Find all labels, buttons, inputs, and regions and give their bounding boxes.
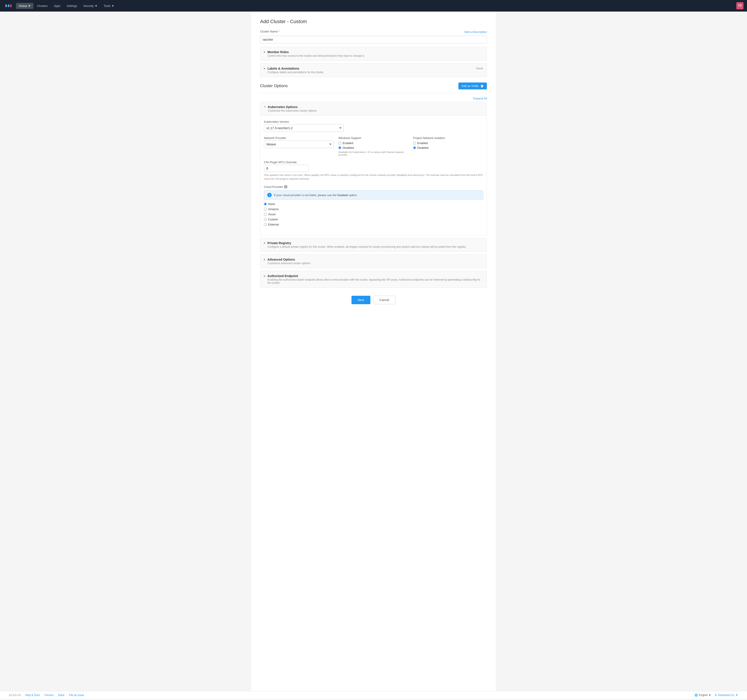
authorized-endpoint-subtitle: Enabling the authorized cluster endpoint…: [268, 278, 483, 284]
cni-mtu-input[interactable]: [264, 165, 308, 172]
k8s-version-label: Kubernetes Version: [264, 120, 483, 123]
cloud-provider-info-icon[interactable]: i: [284, 185, 287, 189]
settings-nav-btn[interactable]: Settings: [64, 3, 80, 9]
windows-disabled-label[interactable]: Disabled: [339, 146, 408, 150]
network-provider-group: Network Provider Weave Flannel Calico Ca…: [264, 136, 334, 156]
network-options-grid: Network Provider Weave Flannel Calico Ca…: [264, 136, 483, 156]
cloud-amazon-radio[interactable]: [264, 208, 267, 210]
download-cli-link[interactable]: ⬇ Download CLI ▼: [715, 694, 738, 697]
cluster-options-header: Cluster Options Edit as YAML 📋: [260, 83, 487, 89]
member-roles-title: Member Roles: [268, 50, 364, 54]
kubernetes-options-header[interactable]: ▼ Kubernetes Options Customize the kuber…: [260, 102, 487, 116]
authorized-endpoint-title: Authorized Endpoint: [268, 274, 483, 278]
private-registry-arrow: ▶: [264, 242, 266, 244]
private-registry-title: Private Registry: [268, 241, 466, 245]
cloud-none-radio[interactable]: [264, 203, 267, 206]
add-description-link[interactable]: Add a Description: [464, 30, 487, 33]
authorized-endpoint-header[interactable]: ▶ Authorized Endpoint Enabling the autho…: [260, 271, 487, 287]
private-registry-subtitle: Configure a default private registry for…: [268, 245, 466, 248]
user-menu[interactable]: TT: [736, 2, 744, 9]
cni-mtu-note: Only applied if the value is non-zero. W…: [264, 173, 483, 181]
cloud-provider-radio-group: None Amazon Azure Custom: [264, 203, 483, 226]
cloud-provider-label-row: Cloud Provider i: [264, 185, 483, 189]
windows-support-label: Windows Support: [339, 136, 408, 140]
network-provider-select[interactable]: Weave Flannel Calico Canal None: [264, 141, 334, 148]
k8s-version-select[interactable]: v1.17.3-rancher1-2 v1.16.6-rancher1-2 v1…: [264, 124, 344, 132]
member-roles-header[interactable]: ▶ Member Roles Control who has access to…: [260, 47, 487, 60]
windows-enabled-label[interactable]: Enabled: [339, 141, 408, 145]
project-enabled-label[interactable]: Enabled: [413, 141, 483, 145]
private-registry-header[interactable]: ▶ Private Registry Configure a default p…: [260, 238, 487, 251]
windows-enabled-radio[interactable]: [339, 142, 341, 145]
top-navigation: Global ▼ Clusters Apps Settings Security…: [0, 0, 747, 12]
logo[interactable]: [3, 2, 14, 9]
main-content: Add Cluster - Custom Cluster Name Add a …: [251, 12, 496, 691]
file-issue-link[interactable]: File an Issue: [69, 694, 84, 697]
forums-link[interactable]: Forums: [44, 694, 54, 697]
k8s-version-group: Kubernetes Version v1.17.3-rancher1-2 v1…: [264, 120, 483, 132]
member-roles-arrow: ▶: [264, 51, 266, 53]
download-icon: ⬇: [715, 694, 717, 697]
cloud-custom-radio[interactable]: [264, 218, 267, 221]
apps-nav-btn[interactable]: Apps: [51, 3, 63, 9]
cni-mtu-label: CNI Plugin MTU Override: [264, 160, 483, 164]
cni-mtu-group: CNI Plugin MTU Override Only applied if …: [264, 160, 483, 181]
help-docs-link[interactable]: Help & Docs: [25, 694, 40, 697]
cloud-azure-option[interactable]: Azure: [264, 213, 483, 216]
global-nav-btn[interactable]: Global ▼: [16, 3, 33, 9]
clusters-nav-btn[interactable]: Clusters: [34, 3, 50, 9]
network-provider-label: Network Provider: [264, 136, 334, 140]
private-registry-section: ▶ Private Registry Configure a default p…: [260, 238, 487, 252]
cloud-none-option[interactable]: None: [264, 203, 483, 206]
cluster-name-input[interactable]: [260, 36, 487, 43]
next-button[interactable]: Next: [351, 296, 370, 304]
member-roles-subtitle: Control who has access to the cluster an…: [268, 54, 364, 57]
cloud-external-option[interactable]: External: [264, 223, 483, 226]
windows-support-radio-group: Enabled Disabled: [339, 141, 408, 150]
cloud-azure-radio[interactable]: [264, 213, 267, 216]
advanced-options-subtitle: Customize advanced cluster options: [268, 262, 310, 265]
advanced-options-header[interactable]: ▶ Advanced Options Customize advanced cl…: [260, 255, 487, 268]
language-selector[interactable]: 🌐 English ▼: [694, 694, 711, 697]
yaml-icon: 📋: [480, 84, 484, 88]
member-roles-section: ▶ Member Roles Control who has access to…: [260, 47, 487, 61]
k8s-subtitle: Customize the kubernetes cluster options: [268, 109, 317, 112]
expand-all-link[interactable]: Expand All: [260, 97, 487, 100]
cloud-external-radio[interactable]: [264, 223, 267, 226]
kubernetes-options-body: Kubernetes Version v1.17.3-rancher1-2 v1…: [260, 116, 487, 235]
cluster-options-title: Cluster Options: [260, 84, 288, 88]
labels-section: ▶ Labels & Annotations Configure labels …: [260, 63, 487, 77]
windows-disabled-radio[interactable]: [339, 146, 341, 149]
cancel-button[interactable]: Cancel: [373, 296, 396, 304]
avatar[interactable]: TT: [736, 2, 744, 9]
advanced-options-title: Advanced Options: [268, 258, 310, 261]
labels-title: Labels & Annotations: [268, 67, 324, 70]
authorized-endpoint-arrow: ▶: [264, 275, 266, 277]
project-network-label: Project Network Isolation: [413, 136, 483, 140]
divider: [260, 93, 487, 93]
security-nav-btn[interactable]: Security ▼: [81, 3, 100, 9]
project-disabled-label[interactable]: Disabled: [413, 146, 483, 150]
advanced-options-section: ▶ Advanced Options Customize advanced cl…: [260, 254, 487, 268]
edit-yaml-button[interactable]: Edit as YAML 📋: [458, 83, 487, 89]
labels-arrow: ▶: [264, 67, 266, 70]
cloud-amazon-option[interactable]: Amazon: [264, 207, 483, 211]
labels-header[interactable]: ▶ Labels & Annotations Configure labels …: [260, 63, 487, 77]
footer: v2.4.0-rc3 Help & Docs Forums Slack File…: [0, 691, 747, 699]
slack-link[interactable]: Slack: [58, 694, 65, 697]
windows-support-group: Windows Support Enabled Disabled Availab…: [339, 136, 408, 156]
svg-rect-1: [10, 5, 12, 7]
windows-note: Available for Kubernetes 1.15 or above w…: [339, 151, 408, 156]
labels-none-badge: None: [476, 67, 483, 70]
project-enabled-radio[interactable]: [413, 142, 416, 145]
info-banner-icon: i: [267, 193, 272, 197]
cloud-custom-option[interactable]: Custom: [264, 218, 483, 221]
cloud-provider-section: Cloud Provider i i If your cloud provide…: [264, 185, 483, 226]
k8s-arrow: ▼: [264, 106, 266, 108]
authorized-endpoint-section: ▶ Authorized Endpoint Enabling the autho…: [260, 271, 487, 288]
k8s-title: Kubernetes Options: [268, 105, 317, 109]
project-network-radio-group: Enabled Disabled: [413, 141, 483, 150]
project-network-group: Project Network Isolation Enabled Disabl…: [413, 136, 483, 156]
tools-nav-btn[interactable]: Tools ▼: [101, 3, 117, 9]
project-disabled-radio[interactable]: [413, 146, 416, 149]
